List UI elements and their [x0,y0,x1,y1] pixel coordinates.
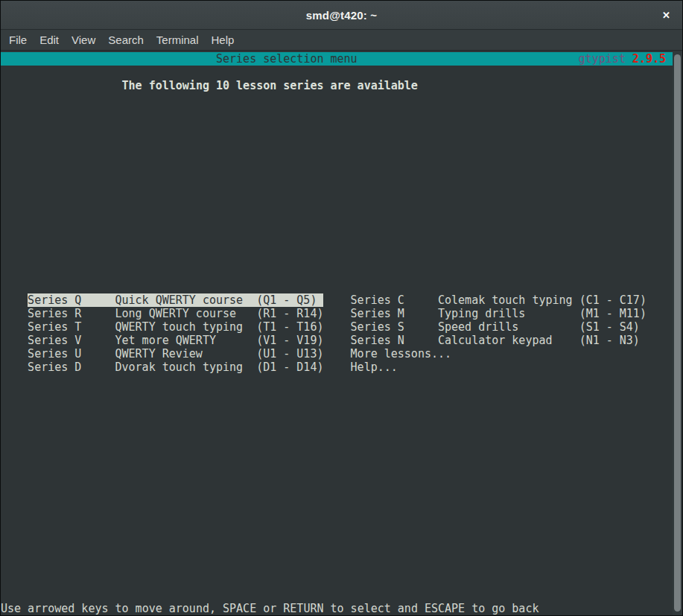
menu-item-series: Series V [28,334,81,347]
menu-item-description: QWERTY touch typing [115,320,244,334]
menu-item-range: (U1 - U13) [256,347,323,361]
menubar-item-edit[interactable]: Edit [39,32,60,48]
status-bar: Use arrowed keys to move around, SPACE o… [1,602,539,615]
menu-item-description: Long QWERTY course [115,307,237,320]
menu-item-range: (Q1 - Q5) [256,293,317,307]
menu-item-description: Calculator keypad [438,334,553,347]
menu-item-series: Series S [351,320,404,334]
menu-item-range: (T1 - T16) [256,320,323,334]
banner-title: Series selection menu [216,52,358,66]
menu-item-description: Quick QWERTY course [115,293,244,307]
menu-item-series: Series D [28,361,81,374]
close-icon[interactable]: ✕ [660,8,673,22]
menu-row: Series DDvorak touch typing(D1 - D14)Hel… [1,361,673,374]
menu-item-series: Series T [28,320,81,334]
menu-item-label: Help... [351,361,398,374]
menu-item-series-r[interactable]: Series RLong QWERTY course(R1 - R14) [28,307,323,320]
menu-row: Series TQWERTY touch typing(T1 - T16)Ser… [1,320,673,334]
menu-item-range: (D1 - D14) [256,361,323,374]
menu-item-series-s[interactable]: Series SSpeed drills(S1 - S4) [351,320,647,334]
menu-item-range: (V1 - V19) [256,334,323,347]
menu-item-description: Dvorak touch typing [115,361,244,374]
menubar: File Edit View Search Terminal Help [1,30,682,51]
menu-item-help[interactable]: Help... [351,361,647,374]
menubar-item-terminal[interactable]: Terminal [156,32,200,48]
menu-row: Series UQWERTY Review(U1 - U13)More less… [1,347,673,361]
banner-version: gtypist 2.9.5 [579,52,666,66]
menubar-item-view[interactable]: View [71,32,96,48]
series-menu: Series QQuick QWERTY course(Q1 - Q5)Seri… [1,293,673,374]
menu-item-description: Colemak touch typing [438,293,573,307]
gtypist-banner: Series selection menu gtypist 2.9.5 [1,52,673,66]
menu-item-description: Yet more QWERTY [115,334,216,347]
menu-item-series-t[interactable]: Series TQWERTY touch typing(T1 - T16) [28,320,323,334]
menu-item-series: Series U [28,347,81,361]
menu-item-range: (N1 - N3) [579,334,640,347]
menu-item-range: (R1 - R14) [256,307,323,320]
menu-item-series-v[interactable]: Series VYet more QWERTY(V1 - V19) [28,334,323,347]
menu-item-description: QWERTY Review [115,347,203,361]
window-title: smd@t420: ~ [306,9,378,22]
lesson-series-heading: The following 10 lesson series are avail… [122,79,418,92]
terminal-screen[interactable]: Series selection menu gtypist 2.9.5 The … [1,51,682,615]
menu-item-series-c[interactable]: Series CColemak touch typing(C1 - C17) [351,293,647,307]
terminal-window: smd@t420: ~ ✕ File Edit View Search Term… [0,0,683,616]
menu-item-series: Series M [351,307,404,320]
menu-item-range: (S1 - S4) [579,320,640,334]
menu-item-series-d[interactable]: Series DDvorak touch typing(D1 - D14) [28,361,323,374]
menu-item-description: Typing drills [438,307,525,320]
menu-item-series-n[interactable]: Series NCalculator keypad(N1 - N3) [351,334,647,347]
menu-item-more-lessons[interactable]: More lessons... [351,347,647,361]
menu-item-description: Speed drills [438,320,518,334]
menubar-item-file[interactable]: File [8,32,28,48]
scrollbar[interactable] [673,51,682,615]
menu-item-series-u[interactable]: Series UQWERTY Review(U1 - U13) [28,347,323,361]
menubar-item-search[interactable]: Search [107,32,144,48]
menu-row: Series RLong QWERTY course(R1 - R14)Seri… [1,307,673,320]
app-version: 2.9.5 [632,52,666,66]
menubar-item-help[interactable]: Help [211,32,235,48]
menu-row: Series VYet more QWERTY(V1 - V19)Series … [1,334,673,347]
menu-item-label: More lessons... [351,347,451,361]
menu-item-series-m[interactable]: Series MTyping drills(M1 - M11) [351,307,647,320]
scrollbar-thumb[interactable] [674,54,681,612]
menu-item-series: Series N [351,334,404,347]
menu-item-series: Series Q [28,293,81,307]
menu-item-series: Series R [28,307,81,320]
menu-row: Series QQuick QWERTY course(Q1 - Q5)Seri… [1,293,673,307]
titlebar[interactable]: smd@t420: ~ ✕ [1,1,682,30]
menu-item-series: Series C [351,293,404,307]
menu-item-series-q[interactable]: Series QQuick QWERTY course(Q1 - Q5) [28,293,323,307]
menu-item-range: (C1 - C17) [579,293,647,307]
app-name: gtypist [579,52,626,66]
menu-item-range: (M1 - M11) [579,307,647,320]
